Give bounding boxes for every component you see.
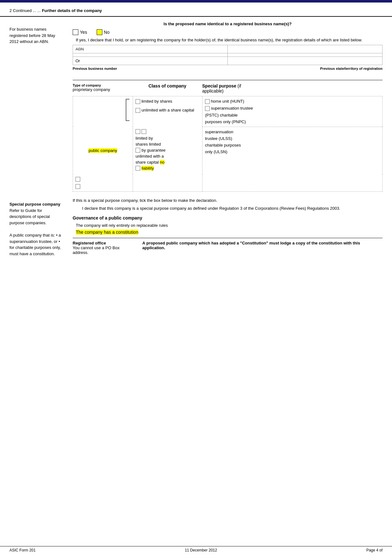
business-name-section: For business names registered before 28 … [0,17,392,74]
ulss-row: superannuation [205,129,380,134]
yes-option[interactable]: Yes [73,29,87,35]
pstc-row: superannuation trustee [205,106,380,111]
public-extra-rows [73,174,383,192]
col-header-type: Type of company proprietary company [73,83,133,93]
sidebar-company-type [0,83,69,192]
by-guarantee-row: by guarantee [136,148,200,153]
unlimited-with-a-row: unlimited with a [136,154,200,159]
hunt-label: home unit (HUNT) [211,99,244,104]
shares-limited-label: shares limited [136,142,161,147]
governance-title: Governance of a public company [73,215,383,220]
governance-option-1: The company will rely entirely on replac… [73,223,383,228]
declaration-text: I declare that this company is a special… [82,206,340,211]
sidebar-top: For business names registered before 28 … [0,17,69,74]
prev-state-label: Previous state/territory of registration [320,67,383,70]
abn-row-1: ABN [73,45,383,53]
limited-shares-checkbox[interactable] [136,99,140,104]
unlimited-with-a-label: unlimited with a [136,154,164,159]
footer-page: Page 4 of [366,548,383,552]
col-header-class: Class of company [133,83,202,93]
hunt-row: home unit (HUNT) [205,99,380,104]
ulss-label: trustee (ULSS) [205,136,232,141]
extra-cb-2[interactable] [75,184,80,189]
public-class-cell: limited by shares limited by guarantee u… [133,127,202,174]
extra-special-cell [202,174,382,191]
proprietary-section: limited by shares unlimited with a share… [73,96,383,127]
abn-cell-1: ABN [73,45,228,53]
by-guarantee-label: by guarantee [142,148,166,153]
prev-business-number-label: Previous business number [73,67,117,70]
public-note: A public company that is: • a superannua… [9,232,65,257]
reg-office-title: Registered office [73,241,136,245]
share-capital-label: share capital [136,160,160,165]
public-cb-2[interactable] [142,129,146,134]
extra-type-cell [73,174,133,191]
shares-limited-row: shares limited [136,142,200,147]
yes-checkbox[interactable] [73,29,78,35]
footer: ASIC Form 201 11 December 2012 Page 4 of [0,546,392,554]
liability-label: liability [142,166,154,171]
no-checkbox[interactable] [97,29,102,35]
special-sub-label: (if [238,83,241,88]
field-labels: Previous business number Previous state/… [73,67,383,70]
sp-note: Special purpose company Refer to Guide f… [9,201,65,226]
pstc-checkbox[interactable] [205,106,210,111]
limited-by-label-row: limited by [136,136,200,141]
charitable-row: (PSTC) charitable [205,113,380,117]
public-cb-1[interactable] [136,129,140,134]
prop-class-cell: limited by shares unlimited with a share… [133,96,202,127]
class-header-label: Class of company [133,83,202,88]
pnpc-label: purposes only (PNPC) [205,119,246,124]
question-label: Is the proposed name identical to a regi… [73,21,383,26]
abn-label: ABN [75,47,84,51]
limited-shares-row: limited by shares [136,99,200,104]
if-yes-text: If yes, I declare that I hold, or am reg… [76,38,383,42]
abn-cell-2 [228,45,383,53]
public-note-text: A public company that is: • a superannua… [9,233,61,256]
special-header-label: Special purpose [202,83,236,88]
no-option[interactable]: No [97,29,110,35]
governance-option-2: The company has a constitution [73,230,383,235]
ulsn-label: only (ULSN) [205,149,227,154]
constitution-label: The company has a constitution [76,230,138,235]
footer-date: 11 December 2012 [185,548,217,552]
section-divider-1 [73,80,383,80]
unlimited-share-label: unlimited with a share capital [142,108,194,112]
page-title: Further details of the company [42,8,102,13]
lower-right: If this is a special purpose company, ti… [69,195,392,260]
extra-cb-1[interactable] [75,177,80,182]
reg-office-notice-text: A proposed public company which has adop… [142,241,360,250]
abn-table: ABN Or [73,45,383,65]
no-label: No [104,30,110,35]
abn-row-2 [73,53,383,57]
or-cell: Or [73,57,228,65]
liability-row: liability [136,166,200,171]
footer-form-name: ASIC Form 201 [9,548,36,552]
public-section: public company limited by shares limited [73,127,383,174]
abn-row-3: Or [73,57,383,65]
unlimited-share-checkbox[interactable] [136,108,140,113]
hunt-checkbox[interactable] [205,99,210,104]
public-company-label: public company [88,148,117,153]
type-header-label: Type of company [73,83,133,87]
limited-by-label: limited by [136,136,153,141]
extra-cb-2-row [75,184,130,189]
no-label-highlight: no [160,160,164,165]
extra-class-cell [133,174,202,191]
public-special-cell: superannuation trustee (ULSS) charitable… [202,127,382,174]
col-headers: Type of company proprietary company Clas… [73,83,383,93]
or-label: Or [75,58,80,63]
public-class-checks [136,129,200,134]
prop-special-cell: home unit (HUNT) superannuation trustee … [202,96,382,127]
applicable-label: applicable) [202,88,383,93]
prop-type-cell [73,96,133,127]
liability-cb[interactable] [136,166,140,171]
right-content-top: Is the proposed name identical to a regi… [69,17,392,74]
col-header-special: Special purpose (if applicable) [202,83,383,93]
superannuation-label: superannuation [205,129,233,134]
guarantee-cb[interactable] [136,148,140,153]
or-cell-2 [228,57,383,65]
pstc-label: superannuation trustee [211,106,253,111]
public-type-cell: public company [73,127,133,174]
page: 2 Continued ... ... Further details of t… [0,0,392,554]
